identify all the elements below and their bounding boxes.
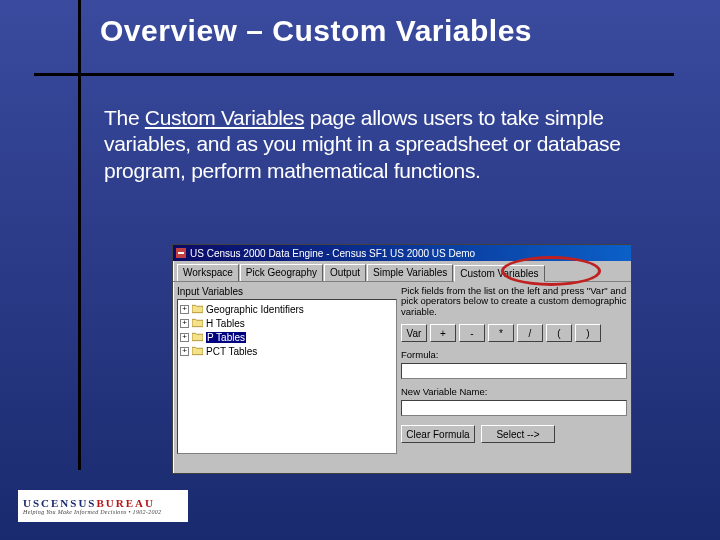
tree-label: Geographic Identifiers [206,304,304,315]
expand-icon[interactable]: + [180,347,189,356]
instructions-text: Pick fields from the list on the left an… [401,286,627,317]
tab-simple-variables[interactable]: Simple Variables [367,264,453,281]
svg-rect-1 [178,252,184,254]
plus-button[interactable]: + [430,324,456,342]
tab-pick-geography[interactable]: Pick Geography [240,264,323,281]
logo-part1: USCENSUS [23,497,96,509]
logo-tagline: Helping You Make Informed Decisions • 19… [23,509,183,515]
newvar-input[interactable] [401,400,627,416]
tree-label: H Tables [206,318,245,329]
slide-body: The Custom Variables page allows users t… [104,105,644,184]
folder-icon [192,332,203,342]
tab-workspace[interactable]: Workspace [177,264,239,281]
tree-view[interactable]: + Geographic Identifiers + H Tables + P … [177,299,397,454]
formula-label: Formula: [401,349,627,360]
left-pane: Input Variables + Geographic Identifiers… [177,286,397,454]
formula-input[interactable] [401,363,627,379]
newvar-label: New Variable Name: [401,386,627,397]
folder-icon [192,304,203,314]
tree-row[interactable]: + H Tables [180,316,394,330]
window-titlebar: US Census 2000 Data Engine - Census SF1 … [173,245,631,261]
body-underlined: Custom Variables [145,106,304,129]
tab-content: Input Variables + Geographic Identifiers… [173,282,631,458]
clear-formula-button[interactable]: Clear Formula [401,425,475,443]
app-icon [176,248,186,258]
logo-part2: BUREAU [96,497,154,509]
minus-button[interactable]: - [459,324,485,342]
tab-bar: Workspace Pick Geography Output Simple V… [173,261,631,282]
expand-icon[interactable]: + [180,333,189,342]
bottom-button-row: Clear Formula Select --> [401,425,627,443]
tree-label: P Tables [206,332,246,343]
slide-title: Overview – Custom Variables [100,14,532,48]
right-pane: Pick fields from the list on the left an… [401,286,627,454]
operator-row: Var + - * / ( ) [401,324,627,342]
expand-icon[interactable]: + [180,305,189,314]
tab-custom-variables[interactable]: Custom Variables [454,265,544,282]
expand-icon[interactable]: + [180,319,189,328]
var-button[interactable]: Var [401,324,427,342]
tree-row[interactable]: + Geographic Identifiers [180,302,394,316]
divider-horizontal [34,73,674,76]
logo-wordmark: USCENSUSBUREAU [23,497,183,509]
select-button[interactable]: Select --> [481,425,555,443]
tab-output[interactable]: Output [324,264,366,281]
divider-vertical [78,0,81,470]
tree-label: PCT Tables [206,346,257,357]
divide-button[interactable]: / [517,324,543,342]
rparen-button[interactable]: ) [575,324,601,342]
input-variables-label: Input Variables [177,286,397,297]
tree-row[interactable]: + P Tables [180,330,394,344]
app-window: US Census 2000 Data Engine - Census SF1 … [172,244,632,474]
census-logo: USCENSUSBUREAU Helping You Make Informed… [18,490,188,522]
lparen-button[interactable]: ( [546,324,572,342]
window-title: US Census 2000 Data Engine - Census SF1 … [190,248,628,259]
tree-row[interactable]: + PCT Tables [180,344,394,358]
folder-icon [192,318,203,328]
body-pre: The [104,106,145,129]
folder-icon [192,346,203,356]
multiply-button[interactable]: * [488,324,514,342]
